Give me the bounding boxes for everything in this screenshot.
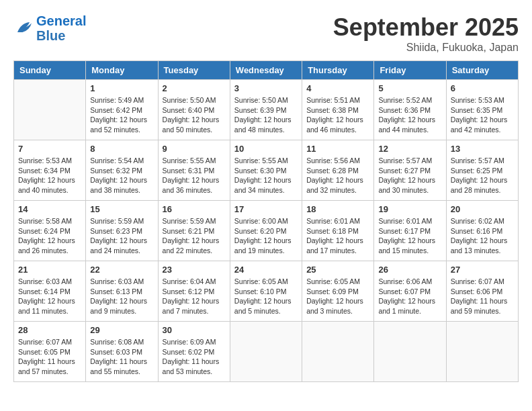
day-number: 29 [90,325,153,335]
day-info: Sunrise: 6:00 AM Sunset: 6:20 PM Dayligh… [234,216,298,256]
calendar-cell: 20 Sunrise: 6:02 AM Sunset: 6:16 PM Dayl… [446,201,518,261]
logo-icon [13,18,34,38]
calendar-cell: 8 Sunrise: 5:54 AM Sunset: 6:32 PM Dayli… [86,140,158,201]
calendar-cell [374,322,446,382]
weekday-header-saturday: Saturday [446,61,518,80]
day-number: 6 [451,83,514,93]
day-number: 27 [451,265,514,275]
day-info: Sunrise: 5:58 AM Sunset: 6:24 PM Dayligh… [18,216,81,256]
calendar-week-2: 7 Sunrise: 5:53 AM Sunset: 6:34 PM Dayli… [14,140,519,201]
calendar-cell: 7 Sunrise: 5:53 AM Sunset: 6:34 PM Dayli… [14,140,86,201]
day-info: Sunrise: 6:08 AM Sunset: 6:03 PM Dayligh… [90,337,153,377]
day-info: Sunrise: 5:55 AM Sunset: 6:31 PM Dayligh… [163,156,226,195]
calendar-cell: 16 Sunrise: 5:59 AM Sunset: 6:21 PM Dayl… [158,201,230,261]
day-info: Sunrise: 5:50 AM Sunset: 6:40 PM Dayligh… [163,95,226,135]
day-info: Sunrise: 5:57 AM Sunset: 6:27 PM Dayligh… [378,156,441,195]
day-info: Sunrise: 5:53 AM Sunset: 6:35 PM Dayligh… [451,95,514,135]
calendar-cell [302,322,374,382]
calendar-cell: 25 Sunrise: 6:05 AM Sunset: 6:09 PM Dayl… [302,261,374,322]
calendar-cell: 28 Sunrise: 6:07 AM Sunset: 6:05 PM Dayl… [14,322,86,382]
day-info: Sunrise: 5:53 AM Sunset: 6:34 PM Dayligh… [18,156,81,195]
calendar-cell: 3 Sunrise: 5:50 AM Sunset: 6:39 PM Dayli… [230,80,302,140]
day-info: Sunrise: 5:59 AM Sunset: 6:21 PM Dayligh… [163,216,226,256]
day-number: 26 [378,265,441,275]
day-number: 3 [234,83,298,93]
day-info: Sunrise: 6:03 AM Sunset: 6:13 PM Dayligh… [90,277,153,316]
day-number: 17 [234,204,298,214]
calendar-header-row: SundayMondayTuesdayWednesdayThursdayFrid… [14,61,519,80]
day-info: Sunrise: 5:56 AM Sunset: 6:28 PM Dayligh… [306,156,369,195]
day-info: Sunrise: 5:50 AM Sunset: 6:39 PM Dayligh… [234,95,298,135]
calendar-cell: 15 Sunrise: 5:59 AM Sunset: 6:23 PM Dayl… [86,201,158,261]
day-info: Sunrise: 6:05 AM Sunset: 6:10 PM Dayligh… [234,277,298,316]
calendar-cell: 30 Sunrise: 6:09 AM Sunset: 6:02 PM Dayl… [158,322,230,382]
day-number: 4 [306,83,369,93]
day-number: 5 [378,83,441,93]
calendar-cell: 29 Sunrise: 6:08 AM Sunset: 6:03 PM Dayl… [86,322,158,382]
calendar-cell: 26 Sunrise: 6:06 AM Sunset: 6:07 PM Dayl… [374,261,446,322]
day-info: Sunrise: 5:59 AM Sunset: 6:23 PM Dayligh… [90,216,153,256]
weekday-header-friday: Friday [374,61,446,80]
calendar-week-1: 1 Sunrise: 5:49 AM Sunset: 6:42 PM Dayli… [14,80,519,140]
day-info: Sunrise: 6:07 AM Sunset: 6:06 PM Dayligh… [451,277,514,316]
month-title: September 2025 [333,13,519,42]
day-number: 11 [306,144,369,154]
day-number: 9 [163,144,226,154]
title-section: September 2025 Shiida, Fukuoka, Japan [333,13,519,54]
calendar-cell: 14 Sunrise: 5:58 AM Sunset: 6:24 PM Dayl… [14,201,86,261]
calendar-cell: 10 Sunrise: 5:55 AM Sunset: 6:30 PM Dayl… [230,140,302,201]
calendar-cell: 18 Sunrise: 6:01 AM Sunset: 6:18 PM Dayl… [302,201,374,261]
day-info: Sunrise: 5:52 AM Sunset: 6:36 PM Dayligh… [378,95,441,135]
day-info: Sunrise: 6:09 AM Sunset: 6:02 PM Dayligh… [163,337,226,377]
weekday-header-sunday: Sunday [14,61,86,80]
day-info: Sunrise: 6:03 AM Sunset: 6:14 PM Dayligh… [18,277,81,316]
calendar-cell: 2 Sunrise: 5:50 AM Sunset: 6:40 PM Dayli… [158,80,230,140]
day-info: Sunrise: 5:49 AM Sunset: 6:42 PM Dayligh… [90,95,153,135]
day-number: 2 [163,83,226,93]
day-number: 25 [306,265,369,275]
day-number: 21 [18,265,81,275]
day-info: Sunrise: 5:55 AM Sunset: 6:30 PM Dayligh… [234,156,298,195]
calendar-cell: 23 Sunrise: 6:04 AM Sunset: 6:12 PM Dayl… [158,261,230,322]
calendar-cell [14,80,86,140]
weekday-header-thursday: Thursday [302,61,374,80]
day-info: Sunrise: 5:54 AM Sunset: 6:32 PM Dayligh… [90,156,153,195]
weekday-header-monday: Monday [86,61,158,80]
calendar-week-3: 14 Sunrise: 5:58 AM Sunset: 6:24 PM Dayl… [14,201,519,261]
day-number: 13 [451,144,514,154]
day-number: 22 [90,265,153,275]
day-info: Sunrise: 6:01 AM Sunset: 6:17 PM Dayligh… [378,216,441,256]
location-subtitle: Shiida, Fukuoka, Japan [333,42,519,54]
calendar-cell: 13 Sunrise: 5:57 AM Sunset: 6:25 PM Dayl… [446,140,518,201]
calendar-cell: 11 Sunrise: 5:56 AM Sunset: 6:28 PM Dayl… [302,140,374,201]
calendar-cell: 27 Sunrise: 6:07 AM Sunset: 6:06 PM Dayl… [446,261,518,322]
calendar-cell: 21 Sunrise: 6:03 AM Sunset: 6:14 PM Dayl… [14,261,86,322]
calendar-cell: 6 Sunrise: 5:53 AM Sunset: 6:35 PM Dayli… [446,80,518,140]
day-number: 14 [18,204,81,214]
calendar-cell [230,322,302,382]
page-header: General Blue September 2025 Shiida, Fuku… [13,13,519,54]
weekday-header-tuesday: Tuesday [158,61,230,80]
calendar-cell [446,322,518,382]
day-number: 23 [163,265,226,275]
calendar-week-5: 28 Sunrise: 6:07 AM Sunset: 6:05 PM Dayl… [14,322,519,382]
day-number: 28 [18,325,81,335]
day-info: Sunrise: 6:04 AM Sunset: 6:12 PM Dayligh… [163,277,226,316]
day-number: 18 [306,204,369,214]
day-number: 24 [234,265,298,275]
day-number: 16 [163,204,226,214]
day-info: Sunrise: 6:01 AM Sunset: 6:18 PM Dayligh… [306,216,369,256]
calendar-cell: 4 Sunrise: 5:51 AM Sunset: 6:38 PM Dayli… [302,80,374,140]
day-number: 1 [90,83,153,93]
day-info: Sunrise: 6:02 AM Sunset: 6:16 PM Dayligh… [451,216,514,256]
calendar-week-4: 21 Sunrise: 6:03 AM Sunset: 6:14 PM Dayl… [14,261,519,322]
calendar-cell: 24 Sunrise: 6:05 AM Sunset: 6:10 PM Dayl… [230,261,302,322]
calendar-cell: 17 Sunrise: 6:00 AM Sunset: 6:20 PM Dayl… [230,201,302,261]
day-number: 8 [90,144,153,154]
day-info: Sunrise: 6:06 AM Sunset: 6:07 PM Dayligh… [378,277,441,316]
day-info: Sunrise: 5:57 AM Sunset: 6:25 PM Dayligh… [451,156,514,195]
day-number: 30 [163,325,226,335]
day-number: 10 [234,144,298,154]
day-info: Sunrise: 6:07 AM Sunset: 6:05 PM Dayligh… [18,337,81,377]
logo: General Blue [13,13,86,43]
